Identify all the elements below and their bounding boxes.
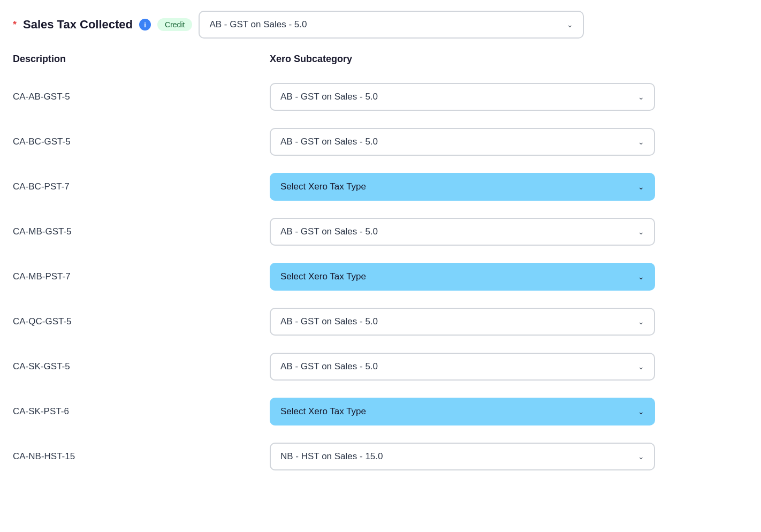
dropdown-chevron-icon: ⌄ xyxy=(638,317,644,326)
tax-dropdown-wrapper: AB - GST on Sales - 5.0⌄ xyxy=(270,353,748,381)
dropdown-value: Select Xero Tax Type xyxy=(280,271,366,282)
tax-dropdown-6[interactable]: AB - GST on Sales - 5.0⌄ xyxy=(270,353,655,381)
tax-description: CA-MB-PST-7 xyxy=(13,271,270,282)
top-dropdown[interactable]: AB - GST on Sales - 5.0 ⌄ xyxy=(199,11,584,39)
tax-description: CA-NB-HST-15 xyxy=(13,451,270,462)
tax-description: CA-BC-PST-7 xyxy=(13,181,270,192)
dropdown-chevron-icon: ⌄ xyxy=(638,362,644,371)
header-row: * Sales Tax Collected i Credit AB - GST … xyxy=(13,11,748,39)
dropdown-value: AB - GST on Sales - 5.0 xyxy=(280,316,378,327)
tax-row: CA-SK-GST-5AB - GST on Sales - 5.0⌄ xyxy=(13,344,748,389)
tax-description: CA-MB-GST-5 xyxy=(13,226,270,237)
tax-dropdown-4[interactable]: Select Xero Tax Type⌄ xyxy=(270,263,655,291)
dropdown-value: AB - GST on Sales - 5.0 xyxy=(280,226,378,237)
tax-dropdown-wrapper: NB - HST on Sales - 15.0⌄ xyxy=(270,443,748,470)
dropdown-value: Select Xero Tax Type xyxy=(280,181,366,192)
tax-rows: CA-AB-GST-5AB - GST on Sales - 5.0⌄CA-BC… xyxy=(13,74,748,479)
tax-dropdown-wrapper: Select Xero Tax Type⌄ xyxy=(270,173,748,201)
col-description-header: Description xyxy=(13,54,270,65)
tax-dropdown-wrapper: AB - GST on Sales - 5.0⌄ xyxy=(270,308,748,336)
dropdown-chevron-icon: ⌄ xyxy=(638,272,644,281)
tax-description: CA-QC-GST-5 xyxy=(13,316,270,327)
dropdown-value: Select Xero Tax Type xyxy=(280,406,366,417)
tax-description: CA-SK-PST-6 xyxy=(13,406,270,417)
column-headers: Description Xero Subcategory xyxy=(13,54,748,65)
tax-dropdown-1[interactable]: AB - GST on Sales - 5.0⌄ xyxy=(270,128,655,156)
dropdown-chevron-icon: ⌄ xyxy=(638,183,644,191)
tax-description: CA-BC-GST-5 xyxy=(13,136,270,147)
dropdown-chevron-icon: ⌄ xyxy=(638,452,644,461)
tax-description: CA-AB-GST-5 xyxy=(13,92,270,102)
dropdown-chevron-icon: ⌄ xyxy=(638,407,644,416)
tax-row: CA-NB-HST-15NB - HST on Sales - 15.0⌄ xyxy=(13,434,748,479)
field-label: Sales Tax Collected xyxy=(23,18,133,32)
info-icon[interactable]: i xyxy=(139,19,151,31)
top-dropdown-chevron: ⌄ xyxy=(567,20,573,29)
credit-badge: Credit xyxy=(157,18,192,31)
tax-row: CA-BC-GST-5AB - GST on Sales - 5.0⌄ xyxy=(13,119,748,164)
dropdown-chevron-icon: ⌄ xyxy=(638,227,644,236)
top-dropdown-container: AB - GST on Sales - 5.0 ⌄ xyxy=(199,11,584,39)
tax-dropdown-wrapper: AB - GST on Sales - 5.0⌄ xyxy=(270,218,748,246)
dropdown-value: AB - GST on Sales - 5.0 xyxy=(280,92,378,102)
tax-dropdown-wrapper: AB - GST on Sales - 5.0⌄ xyxy=(270,128,748,156)
dropdown-value: AB - GST on Sales - 5.0 xyxy=(280,136,378,147)
tax-dropdown-wrapper: AB - GST on Sales - 5.0⌄ xyxy=(270,83,748,111)
tax-row: CA-BC-PST-7Select Xero Tax Type⌄ xyxy=(13,164,748,209)
dropdown-value: NB - HST on Sales - 15.0 xyxy=(280,451,383,462)
tax-dropdown-0[interactable]: AB - GST on Sales - 5.0⌄ xyxy=(270,83,655,111)
tax-row: CA-SK-PST-6Select Xero Tax Type⌄ xyxy=(13,389,748,434)
tax-dropdown-wrapper: Select Xero Tax Type⌄ xyxy=(270,398,748,425)
col-subcategory-header: Xero Subcategory xyxy=(270,54,748,65)
top-dropdown-value: AB - GST on Sales - 5.0 xyxy=(209,19,307,30)
tax-row: CA-AB-GST-5AB - GST on Sales - 5.0⌄ xyxy=(13,74,748,119)
tax-dropdown-7[interactable]: Select Xero Tax Type⌄ xyxy=(270,398,655,425)
dropdown-value: AB - GST on Sales - 5.0 xyxy=(280,361,378,372)
tax-row: CA-MB-PST-7Select Xero Tax Type⌄ xyxy=(13,254,748,299)
tax-dropdown-2[interactable]: Select Xero Tax Type⌄ xyxy=(270,173,655,201)
dropdown-chevron-icon: ⌄ xyxy=(638,138,644,146)
tax-dropdown-3[interactable]: AB - GST on Sales - 5.0⌄ xyxy=(270,218,655,246)
tax-description: CA-SK-GST-5 xyxy=(13,361,270,372)
tax-row: CA-MB-GST-5AB - GST on Sales - 5.0⌄ xyxy=(13,209,748,254)
tax-row: CA-QC-GST-5AB - GST on Sales - 5.0⌄ xyxy=(13,299,748,344)
dropdown-chevron-icon: ⌄ xyxy=(638,93,644,101)
tax-dropdown-8[interactable]: NB - HST on Sales - 15.0⌄ xyxy=(270,443,655,470)
required-star: * xyxy=(13,19,17,31)
tax-dropdown-wrapper: Select Xero Tax Type⌄ xyxy=(270,263,748,291)
tax-dropdown-5[interactable]: AB - GST on Sales - 5.0⌄ xyxy=(270,308,655,336)
